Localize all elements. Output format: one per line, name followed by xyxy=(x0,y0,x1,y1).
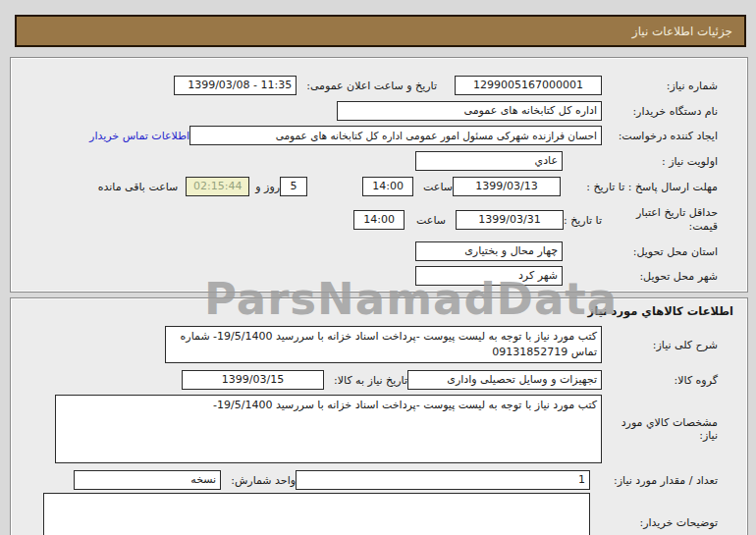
goods-group-label: گروه کالا: xyxy=(602,374,718,387)
buyer-org-row: نام دستگاه خریدار: اداره کل کتابخانه های… xyxy=(11,101,747,121)
reply-deadline-hour-label: ساعت xyxy=(423,181,453,193)
delivery-province-value: چهار محال و بختیاری xyxy=(415,241,563,261)
buyer-contact-link[interactable]: اطلاعات تماس خریدار xyxy=(89,130,189,142)
priority-value: عادي xyxy=(415,151,563,171)
buyer-notes-row: توضیحات خریدار: xyxy=(11,493,747,535)
price-validity-label-line2: قیمت: xyxy=(602,220,718,234)
request-creator-row: ایجاد کننده درخواست: احسان فرازنده شهرکی… xyxy=(11,126,747,145)
reply-deadline-date: 1399/03/13 xyxy=(453,177,561,196)
announce-datetime-label: تاریخ و ساعت اعلان عمومی: xyxy=(306,80,437,92)
priority-row: اولویت نیاز : عادي xyxy=(11,151,747,171)
quantity-value: 1 xyxy=(296,470,590,490)
delivery-city-value: شهر کرد xyxy=(415,266,563,286)
quantity-label: تعداد / مقدار مورد نیاز: xyxy=(590,474,718,487)
delivery-city-row: شهر محل تحویل: شهر کرد xyxy=(11,266,747,286)
price-validity-row: حداقل تاریخ اعتبار قیمت: تا تاریخ : 1399… xyxy=(11,203,747,237)
announce-datetime-value: 1399/03/08 - 11:35 xyxy=(174,76,297,95)
countdown-suffix: ساعت باقی مانده xyxy=(98,181,179,193)
need-date-label: تاریخ نیاز به کالا: xyxy=(334,374,407,387)
goods-group-row: گروه کالا: تجهیزات و وسایل تحصیلی واداری… xyxy=(11,370,747,390)
price-validity-time: 14:00 xyxy=(353,210,405,230)
buyer-org-label: نام دستگاه خریدار: xyxy=(602,105,718,118)
buyer-org-value: اداره کل کتابخانه های عمومی xyxy=(337,101,602,121)
price-validity-hour-label: ساعت xyxy=(416,214,446,227)
request-creator-value: احسان فرازنده شهرکی مسئول امور عمومی ادا… xyxy=(189,126,602,145)
goods-info-panel: اطلاعات کالاهاي مورد نیاز شرح کلی نیاز: … xyxy=(10,297,748,535)
general-desc-row: شرح کلی نیاز: کتب مورد نیاز با توجه به ل… xyxy=(11,326,747,363)
priority-label: اولویت نیاز : xyxy=(602,155,718,168)
price-validity-date: 1399/03/31 xyxy=(456,210,564,230)
need-number-label: شماره نیاز: xyxy=(602,80,718,92)
page-title: جزئیات اطلاعات نیاز xyxy=(632,25,732,38)
buyer-notes-value xyxy=(43,493,590,535)
countdown-timer: 02:15:44 xyxy=(186,177,249,196)
goods-group-value: تجهیزات و وسایل تحصیلی واداری xyxy=(407,370,602,390)
need-number-value: 1299005167000001 xyxy=(455,76,602,95)
delivery-province-label: استان محل تحویل: xyxy=(602,245,718,258)
days-word: روز و xyxy=(255,181,280,193)
request-creator-label: ایجاد کننده درخواست: xyxy=(602,130,718,142)
days-left-value: 5 xyxy=(280,177,307,196)
quantity-row: تعداد / مقدار مورد نیاز: 1 واحد شمارش: ن… xyxy=(11,470,747,490)
goods-specs-value: کتب مورد نیاز با توجه به لیست پیوست -پرد… xyxy=(55,395,602,463)
unit-label: واحد شمارش: xyxy=(231,474,296,487)
reply-deadline-time: 14:00 xyxy=(362,177,413,196)
need-number-row: شماره نیاز: 1299005167000001 تاریخ و ساع… xyxy=(11,76,747,95)
price-validity-until-label: تا تاریخ : xyxy=(564,214,602,227)
general-desc-label: شرح کلی نیاز: xyxy=(602,339,718,351)
general-desc-value: کتب مورد نیاز با توجه به لیست پیوست -پرد… xyxy=(165,326,602,363)
need-info-panel: شماره نیاز: 1299005167000001 تاریخ و ساع… xyxy=(10,57,748,293)
delivery-city-label: شهر محل تحویل: xyxy=(602,270,718,283)
reply-deadline-row: مهلت ارسال پاسخ : تا تاریخ : 1399/03/13 … xyxy=(11,177,747,196)
price-validity-label-line1: حداقل تاریخ اعتبار xyxy=(602,206,718,220)
need-date-value: 1399/03/15 xyxy=(182,370,324,390)
goods-section-title: اطلاعات کالاهاي مورد نیاز xyxy=(588,304,733,318)
unit-value: نسخه xyxy=(74,470,221,490)
page-title-bar: جزئیات اطلاعات نیاز xyxy=(15,15,746,47)
delivery-province-row: استان محل تحویل: چهار محال و بختیاری xyxy=(11,241,747,261)
buyer-notes-label: توضیحات خریدار: xyxy=(590,516,718,529)
goods-specs-row: مشخصات کالاي مورد نیاز: کتب مورد نیاز با… xyxy=(11,395,747,463)
goods-specs-label: مشخصات کالاي مورد نیاز: xyxy=(602,416,718,442)
reply-deadline-label: مهلت ارسال پاسخ : تا تاریخ : xyxy=(561,181,718,193)
price-validity-label: حداقل تاریخ اعتبار قیمت: xyxy=(602,206,718,234)
